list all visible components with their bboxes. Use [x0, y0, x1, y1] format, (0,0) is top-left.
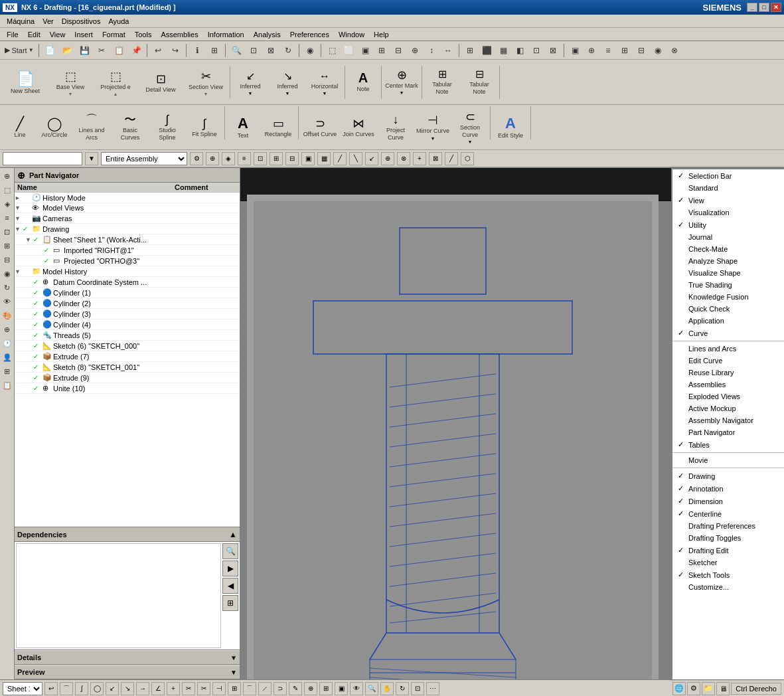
menu-item-27[interactable]: ✓ Centerline [672, 507, 784, 520]
left-icon-6[interactable]: ⊞ [1, 239, 14, 252]
grid-btn[interactable]: ⊞ [319, 682, 333, 695]
part-nav-scroll[interactable]: ► 🕐 History Mode ▼ 👁 Model Views ▼ 📷 Cam… [15, 193, 240, 527]
left-icon-10[interactable]: 👁 [1, 295, 14, 308]
center-mark-tool[interactable]: ⊕ Center Mark ▼ [383, 61, 420, 104]
cut-btn[interactable]: ✂ [94, 43, 110, 58]
extra-btn-6[interactable]: ◉ [650, 43, 666, 58]
layer-status-btn[interactable]: ▣ [335, 682, 348, 695]
horizontal-drop[interactable]: ▼ [323, 91, 327, 96]
menu-format[interactable]: Format [98, 29, 129, 40]
menu-item-9[interactable]: True Shading [672, 279, 784, 291]
extra-btn-3[interactable]: ≡ [600, 43, 616, 58]
layer-btn-4[interactable]: ◧ [512, 43, 528, 58]
inferred-tool-2[interactable]: ↘ Inferred ▼ [269, 62, 306, 105]
layer-btn-6[interactable]: ⊠ [545, 43, 561, 58]
lines-arcs-tool[interactable]: ⌒ Lines and Arcs [72, 106, 112, 149]
view-btn-8[interactable]: ↔ [440, 43, 456, 58]
layer-btn-1[interactable]: ⊞ [462, 43, 478, 58]
arc-circle-tool[interactable]: ◯ Arc/Circle [37, 106, 72, 149]
menu-item-25[interactable]: ✓ Annotation [672, 482, 784, 495]
extra-btn-2[interactable]: ⊕ [584, 43, 599, 58]
left-icon-13[interactable]: 🕐 [1, 337, 14, 350]
tree-item[interactable]: ✓ 🔵 Cylinder (3) [15, 309, 240, 319]
tree-item[interactable]: ✓ 🔵 Cylinder (1) [15, 288, 240, 298]
inferred-drop-1[interactable]: ▼ [248, 91, 253, 96]
menu-item-24[interactable]: ✓ Drawing [672, 470, 784, 482]
mirror-curve-tool[interactable]: ⊣ Mirror Curve ▼ [414, 106, 451, 149]
left-icon-7[interactable]: ⊟ [1, 253, 14, 266]
trim-btn-2[interactable]: ✂ [197, 682, 210, 695]
sel-btn-6[interactable]: ⊟ [285, 152, 299, 165]
extra-btn-5[interactable]: ⊟ [633, 43, 649, 58]
tree-item[interactable]: ▼ 👁 Model Views [15, 203, 240, 213]
offset-curve-tool[interactable]: ⊃ Offset Curve [300, 106, 340, 149]
paste-btn[interactable]: 📌 [128, 43, 144, 58]
arrow-btn-1[interactable]: ↙ [106, 682, 119, 695]
arrow-btn-3[interactable]: → [136, 682, 149, 695]
left-icon-2[interactable]: ⬚ [1, 183, 14, 197]
menu-tools[interactable]: Tools [131, 29, 156, 40]
circle-btn[interactable]: ◯ [90, 682, 104, 695]
tree-expand-0[interactable]: ► [15, 195, 23, 201]
dep-expand-icon[interactable]: ▲ [229, 530, 237, 539]
sel-btn-10[interactable]: ╲ [349, 152, 362, 165]
menu-item-7[interactable]: Analyze Shape [672, 255, 784, 267]
undo-status-btn[interactable]: ↩ [44, 682, 58, 695]
dep-search-btn[interactable]: 🔍 [222, 543, 238, 559]
tree-item[interactable]: ✓ 🔵 Cylinder (4) [15, 319, 240, 330]
offset-btn[interactable]: ⊃ [274, 682, 287, 695]
plus-btn[interactable]: + [167, 682, 180, 695]
left-icon-5[interactable]: ⊡ [1, 225, 14, 238]
menu-item-12[interactable]: Application [672, 315, 784, 327]
sel-btn-16[interactable]: ╱ [445, 152, 458, 165]
snap-btn[interactable]: ⊞ [206, 43, 222, 58]
render-btn[interactable]: ◉ [302, 43, 318, 58]
tree-item[interactable]: ✓ 📐 Sketch (6) "SKETCH_000" [15, 341, 240, 351]
tree-item[interactable]: ✓ ▭ Imported "RIGHT@1" [15, 245, 240, 256]
tree-expand-4[interactable]: ▼ [25, 236, 33, 243]
sel-btn-13[interactable]: ⊗ [397, 152, 410, 165]
redo-btn[interactable]: ↪ [167, 43, 183, 58]
rectangle-tool[interactable]: ▭ Rectangle [260, 106, 297, 149]
projected-view-tool[interactable]: ⬚ Projected e ▲ [93, 62, 138, 105]
menu-assemblies[interactable]: Assemblies [157, 29, 202, 40]
menu-item-21[interactable]: Part Navigator [672, 426, 784, 438]
tree-expand-3[interactable]: ▼ [15, 226, 23, 232]
view-status-btn[interactable]: 👁 [350, 682, 363, 695]
tree-item[interactable]: ✓ 🔵 Cylinder (2) [15, 298, 240, 309]
section-view-tool[interactable]: ✂ Section View ▼ [183, 62, 228, 105]
layer-btn-2[interactable]: ⬛ [479, 43, 495, 58]
sheet-selector[interactable]: Sheet 1 [3, 682, 42, 695]
line-tool[interactable]: ╱ Line [3, 106, 37, 149]
edit-style-tool[interactable]: A Edit Style [492, 106, 529, 149]
extra-btn-7[interactable]: ⊗ [666, 43, 682, 58]
curve-btn-1[interactable]: ⌒ [60, 682, 73, 695]
tree-item[interactable]: ✓ 📦 Extrude (7) [15, 351, 240, 362]
menu-item-14[interactable]: Lines and Arcs [672, 343, 784, 355]
menu-item-16[interactable]: Reuse Library [672, 367, 784, 379]
fillet-btn[interactable]: ⌒ [243, 682, 256, 695]
properties-btn[interactable]: ℹ [189, 43, 205, 58]
sel-btn-3[interactable]: ≡ [238, 152, 251, 165]
tree-expand-1[interactable]: ▼ [15, 205, 23, 211]
menu-window[interactable]: Window [335, 29, 368, 40]
menu-maquina[interactable]: Máquina [3, 17, 39, 26]
note-tool[interactable]: A Note [347, 61, 380, 104]
left-icon-11[interactable]: 🎨 [1, 309, 14, 322]
sel-btn-9[interactable]: ╱ [333, 152, 347, 165]
section-curve-drop[interactable]: ▼ [468, 139, 473, 144]
tree-item[interactable]: ✓ 📐 Sketch (8) "SKETCH_001" [15, 362, 240, 373]
angle-btn[interactable]: ∠ [151, 682, 165, 695]
menu-item-15[interactable]: Edit Curve [672, 355, 784, 367]
assembly-scope-dropdown[interactable]: Entire Assembly Within Work Part Only Wi… [101, 152, 187, 165]
extra-btn-4[interactable]: ⊞ [617, 43, 633, 58]
tree-item[interactable]: ► 🕐 History Mode [15, 193, 240, 203]
section-curve-tool[interactable]: ⊂ Section Curve ▼ [451, 106, 489, 149]
tabular-note-tool-1[interactable]: ⊞ Tabular Note [424, 61, 461, 104]
menu-item-18[interactable]: Exploded Views [672, 391, 784, 402]
left-icon-1[interactable]: ⊕ [1, 169, 14, 183]
minimize-button[interactable]: _ [747, 3, 757, 12]
left-icon-16[interactable]: 📋 [1, 379, 14, 392]
menu-item-22[interactable]: ✓ Tables [672, 438, 784, 451]
left-icon-3[interactable]: ◈ [1, 197, 14, 211]
